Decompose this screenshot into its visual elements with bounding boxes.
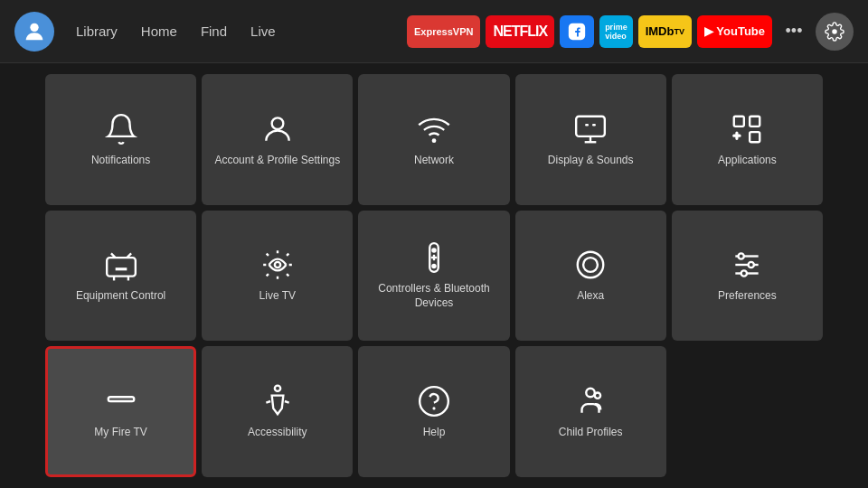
tile-firetv-label: My Fire TV xyxy=(94,426,146,440)
nav-home[interactable]: Home xyxy=(132,18,186,44)
tile-notifications[interactable]: Notifications xyxy=(45,74,196,205)
tile-alexa[interactable]: Alexa xyxy=(515,211,666,342)
accessibility-icon xyxy=(260,384,295,418)
tile-live-tv[interactable]: Live TV xyxy=(202,211,353,342)
tile-child-profiles-label: Child Profiles xyxy=(559,426,623,440)
app-netflix[interactable]: NETFLIX xyxy=(486,15,554,48)
person-icon xyxy=(260,112,295,146)
nav-live[interactable]: Live xyxy=(241,18,285,44)
svg-point-30 xyxy=(275,385,280,390)
tile-network[interactable]: Network xyxy=(358,74,509,205)
tile-notifications-label: Notifications xyxy=(91,154,150,168)
app-expressvpn[interactable]: ExpressVPN xyxy=(407,15,480,48)
more-apps-button[interactable]: ••• xyxy=(778,15,810,48)
app-imdb[interactable]: IMDbTV xyxy=(638,15,692,48)
app-prime[interactable]: primevideo xyxy=(599,15,633,48)
tile-preferences[interactable]: Preferences xyxy=(672,211,823,342)
alexa-icon xyxy=(573,248,608,282)
top-nav: Library Home Find Live ExpressVPN NETFLI… xyxy=(0,0,868,63)
tile-accessibility[interactable]: Accessibility xyxy=(202,346,353,477)
apps-icon xyxy=(730,112,764,146)
settings-main: Notifications Account & Profile Settings… xyxy=(0,63,868,488)
app-youtube[interactable]: ▶ YouTube xyxy=(697,15,772,48)
svg-point-17 xyxy=(432,249,435,252)
tile-my-fire-tv[interactable]: My Fire TV xyxy=(45,346,196,477)
nav-apps: ExpressVPN NETFLIX primevideo IMDbTV ▶ Y… xyxy=(407,13,854,51)
tile-account-label: Account & Profile Settings xyxy=(214,154,340,168)
wifi-icon xyxy=(417,112,451,146)
svg-point-22 xyxy=(583,258,598,272)
tile-network-label: Network xyxy=(414,154,454,168)
tile-account-profile[interactable]: Account & Profile Settings xyxy=(202,74,353,205)
settings-nav-button[interactable] xyxy=(816,13,854,51)
firetv-icon xyxy=(104,384,138,418)
svg-point-20 xyxy=(432,265,435,267)
svg-rect-3 xyxy=(576,116,605,136)
tile-equipment-control[interactable]: Equipment Control xyxy=(45,211,196,342)
svg-point-28 xyxy=(741,271,747,277)
tile-display-label: Display & Sounds xyxy=(548,154,634,168)
svg-rect-29 xyxy=(108,397,134,401)
svg-point-27 xyxy=(749,262,754,267)
nav-library[interactable]: Library xyxy=(67,18,127,44)
settings-grid: Notifications Account & Profile Settings… xyxy=(45,74,823,477)
tile-applications-label: Applications xyxy=(718,154,777,168)
svg-point-15 xyxy=(275,262,280,267)
svg-point-0 xyxy=(30,23,38,31)
tile-help[interactable]: Help xyxy=(358,346,509,477)
livetv-icon xyxy=(260,248,295,282)
svg-rect-7 xyxy=(750,116,760,126)
tile-livetv-label: Live TV xyxy=(259,289,296,304)
svg-rect-9 xyxy=(107,258,136,277)
app-fbwatch[interactable] xyxy=(560,15,594,48)
nav-find[interactable]: Find xyxy=(192,18,236,44)
tile-equipment-label: Equipment Control xyxy=(76,289,165,304)
sliders-icon xyxy=(730,248,764,282)
remote-icon xyxy=(417,240,451,275)
tile-display-sounds[interactable]: Display & Sounds xyxy=(515,74,666,205)
user-avatar[interactable] xyxy=(14,12,54,52)
tile-alexa-label: Alexa xyxy=(577,289,604,304)
tile-preferences-label: Preferences xyxy=(718,289,777,304)
svg-rect-8 xyxy=(750,132,760,142)
svg-point-26 xyxy=(739,254,744,259)
child-icon xyxy=(573,384,608,418)
tile-help-label: Help xyxy=(423,426,446,440)
tile-applications[interactable]: Applications xyxy=(672,74,823,205)
tv-icon xyxy=(104,248,138,282)
bell-icon xyxy=(104,112,138,146)
svg-point-21 xyxy=(578,252,604,278)
nav-links: Library Home Find Live xyxy=(67,18,285,44)
tile-controllers-bluetooth[interactable]: Controllers & Bluetooth Devices xyxy=(358,211,509,342)
display-icon xyxy=(573,112,608,146)
tile-controllers-label: Controllers & Bluetooth Devices xyxy=(367,282,500,310)
svg-point-33 xyxy=(586,389,595,398)
help-icon xyxy=(417,384,451,418)
tile-accessibility-label: Accessibility xyxy=(248,426,307,440)
svg-point-1 xyxy=(271,117,283,129)
tile-child-profiles[interactable]: Child Profiles xyxy=(515,346,666,477)
svg-point-34 xyxy=(595,392,600,398)
svg-point-31 xyxy=(420,387,448,416)
svg-rect-6 xyxy=(734,116,744,126)
